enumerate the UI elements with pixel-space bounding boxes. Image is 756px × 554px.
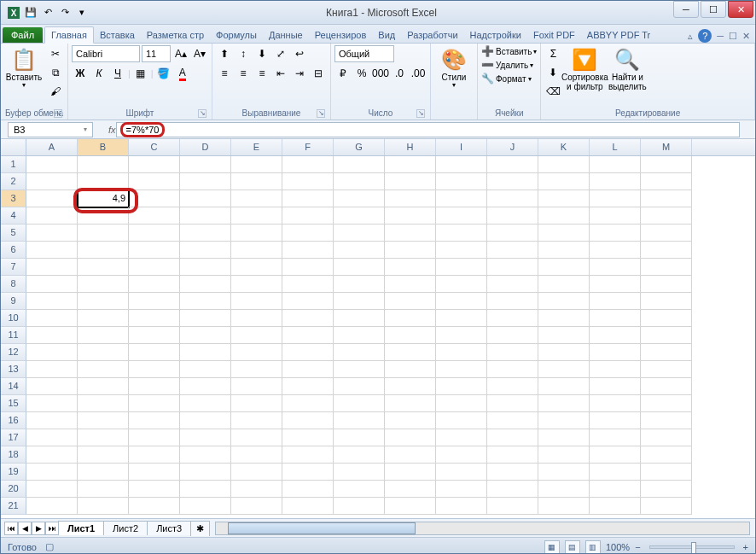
- cell[interactable]: [385, 242, 436, 259]
- cell[interactable]: [334, 378, 385, 395]
- cell[interactable]: [385, 481, 436, 498]
- cell[interactable]: [385, 378, 436, 395]
- cell[interactable]: [78, 361, 129, 378]
- cell[interactable]: [180, 327, 231, 344]
- cell[interactable]: [282, 412, 334, 429]
- cell[interactable]: [590, 242, 641, 259]
- font-size-combo[interactable]: 11: [142, 45, 171, 62]
- cell[interactable]: [180, 412, 231, 429]
- cell[interactable]: [385, 225, 436, 242]
- cell[interactable]: [231, 344, 282, 361]
- cell[interactable]: [231, 173, 282, 190]
- comma-icon[interactable]: 000: [372, 65, 389, 82]
- cell[interactable]: [282, 259, 334, 276]
- cell[interactable]: [282, 276, 334, 293]
- cell[interactable]: [487, 225, 538, 242]
- shrink-font-icon[interactable]: A▾: [191, 45, 208, 62]
- cell[interactable]: [436, 173, 487, 190]
- cell[interactable]: [26, 498, 78, 515]
- cell[interactable]: [231, 395, 282, 412]
- cell[interactable]: [78, 498, 129, 515]
- launcher-icon[interactable]: ↘: [317, 109, 325, 118]
- zoom-level[interactable]: 100%: [606, 542, 630, 552]
- cell[interactable]: [334, 429, 385, 446]
- cell[interactable]: [129, 429, 180, 446]
- cell[interactable]: [385, 173, 436, 190]
- name-box[interactable]: B3▾: [8, 122, 93, 137]
- sheet-tab[interactable]: Лист3: [147, 521, 191, 535]
- cell[interactable]: [487, 327, 538, 344]
- cell[interactable]: [26, 276, 78, 293]
- cell[interactable]: [282, 225, 334, 242]
- row-header[interactable]: 16: [1, 412, 26, 429]
- cell[interactable]: [180, 361, 231, 378]
- format-painter-icon[interactable]: 🖌: [47, 83, 64, 100]
- cell[interactable]: [282, 242, 334, 259]
- cell[interactable]: [385, 259, 436, 276]
- cell[interactable]: [231, 293, 282, 310]
- font-color-icon[interactable]: A: [174, 65, 191, 82]
- cell[interactable]: [26, 412, 78, 429]
- cell[interactable]: [641, 276, 692, 293]
- cell[interactable]: [334, 464, 385, 481]
- cell[interactable]: [180, 498, 231, 515]
- cell[interactable]: 4,9: [78, 190, 129, 207]
- cell[interactable]: [26, 242, 78, 259]
- cell[interactable]: [385, 327, 436, 344]
- align-left-icon[interactable]: ≡: [216, 65, 233, 82]
- cell[interactable]: [78, 344, 129, 361]
- sort-filter-button[interactable]: 🔽 Сортировка и фильтр: [565, 45, 604, 95]
- cell[interactable]: [538, 225, 590, 242]
- cell[interactable]: [590, 207, 641, 225]
- cell[interactable]: [78, 464, 129, 481]
- cell[interactable]: [78, 412, 129, 429]
- paste-button[interactable]: 📋 Вставить ▾: [4, 45, 44, 93]
- zoom-thumb[interactable]: [691, 542, 696, 554]
- underline-button[interactable]: Ч: [109, 65, 126, 82]
- cell[interactable]: [282, 446, 334, 464]
- bold-button[interactable]: Ж: [72, 65, 89, 82]
- maximize-button[interactable]: ☐: [701, 1, 726, 18]
- sheet-tab[interactable]: Лист1: [58, 521, 104, 535]
- cell[interactable]: [78, 173, 129, 190]
- cell[interactable]: [78, 378, 129, 395]
- launcher-icon[interactable]: ↘: [416, 109, 425, 118]
- number-format-combo[interactable]: Общий: [334, 45, 394, 62]
- cell[interactable]: [26, 429, 78, 446]
- cell[interactable]: [129, 293, 180, 310]
- cell[interactable]: [590, 310, 641, 327]
- cell[interactable]: [487, 207, 538, 225]
- cell[interactable]: [129, 344, 180, 361]
- row-header[interactable]: 20: [1, 481, 26, 498]
- cell[interactable]: [334, 498, 385, 515]
- column-header[interactable]: C: [129, 139, 180, 155]
- column-header[interactable]: I: [436, 139, 487, 155]
- cell[interactable]: [180, 156, 231, 173]
- launcher-icon[interactable]: ↘: [54, 109, 62, 118]
- fill-icon[interactable]: ⬇: [544, 64, 561, 81]
- cell[interactable]: [78, 259, 129, 276]
- cell[interactable]: [436, 446, 487, 464]
- cell[interactable]: [385, 293, 436, 310]
- cell[interactable]: [26, 225, 78, 242]
- row-header[interactable]: 3: [1, 190, 26, 207]
- column-header[interactable]: B: [78, 139, 129, 155]
- tab-home[interactable]: Главная: [44, 26, 94, 44]
- cell[interactable]: [231, 378, 282, 395]
- cell[interactable]: [641, 242, 692, 259]
- cell[interactable]: [282, 361, 334, 378]
- row-header[interactable]: 1: [1, 156, 26, 173]
- cell[interactable]: [590, 395, 641, 412]
- format-cells-icon[interactable]: 🔧: [481, 73, 494, 85]
- cell[interactable]: [641, 464, 692, 481]
- cell[interactable]: [78, 242, 129, 259]
- cell[interactable]: [26, 293, 78, 310]
- cell[interactable]: [641, 156, 692, 173]
- cell[interactable]: [641, 429, 692, 446]
- cell[interactable]: [26, 344, 78, 361]
- autosum-icon[interactable]: Σ: [544, 45, 561, 62]
- cell[interactable]: [385, 156, 436, 173]
- cell[interactable]: [78, 310, 129, 327]
- cell[interactable]: [231, 412, 282, 429]
- cell[interactable]: [436, 327, 487, 344]
